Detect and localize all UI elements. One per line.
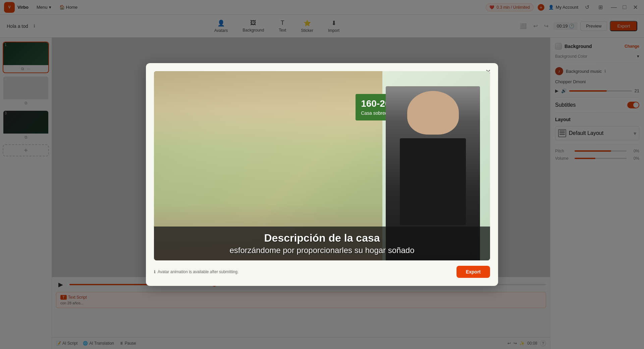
modal-overlay: ✕ 160-208m² Casa sobredimensionada (0, 0, 644, 349)
modal-info-icon: ℹ (154, 269, 156, 274)
modal-footer: ℹ Avatar animation is available after su… (154, 266, 490, 278)
avatar-suit (400, 138, 466, 225)
subtitle-line2: esforzándome por proporcionarles su hoga… (161, 246, 483, 255)
subtitle-line1: Descripción de la casa (161, 232, 483, 244)
modal-info-text: Avatar animation is available after subm… (158, 269, 238, 274)
preview-subtitle-bar: Descripción de la casa esforzándome por … (154, 227, 490, 260)
modal-info: ℹ Avatar animation is available after su… (154, 269, 238, 274)
modal-preview-area: 160-208m² Casa sobredimensionada Descrip… (154, 71, 490, 260)
preview-modal: ✕ 160-208m² Casa sobredimensionada (146, 63, 498, 286)
avatar-head (407, 91, 459, 135)
modal-export-button[interactable]: Export (457, 266, 490, 278)
